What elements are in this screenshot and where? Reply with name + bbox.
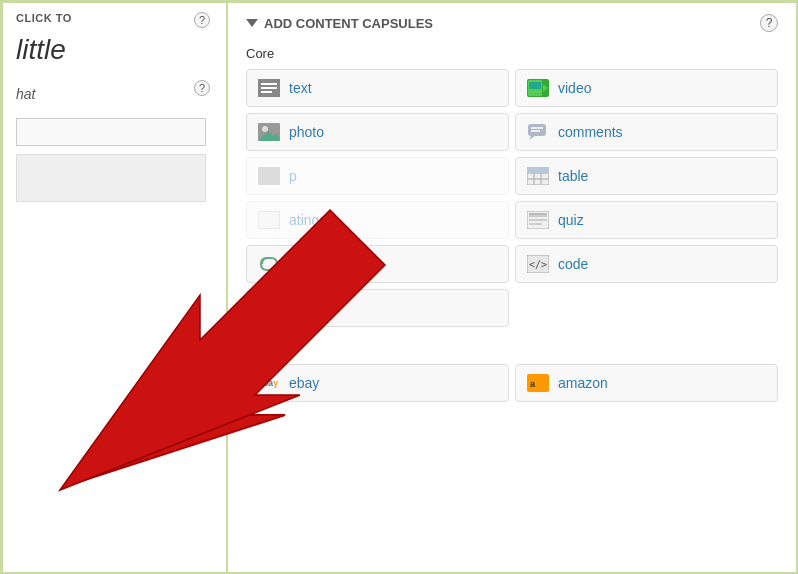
core-section-label: Core [246, 46, 778, 61]
ebay-icon: e b a y [257, 373, 281, 393]
capsule-amazon[interactable]: a amazon [515, 364, 778, 402]
svg-rect-21 [527, 167, 549, 173]
capsule-video[interactable]: video [515, 69, 778, 107]
capsule-table[interactable]: table [515, 157, 778, 195]
capsule-links-label: links [289, 256, 317, 272]
left-input-2 [16, 154, 206, 202]
svg-text:a: a [268, 378, 273, 388]
photo-icon [257, 122, 281, 142]
capsule-ebay[interactable]: e b a y ebay [246, 364, 509, 402]
capsule-amazon-label: amazon [558, 375, 608, 391]
left-input-1 [16, 118, 206, 146]
panel-title: ADD CONTENT CAPSULES [246, 16, 433, 31]
links-icon [257, 254, 281, 274]
svg-rect-7 [529, 82, 541, 89]
hat-text: hat [16, 86, 210, 102]
capsule-placeholder-left-label: p [289, 168, 297, 184]
capsule-quiz-label: quiz [558, 212, 584, 228]
capsule-video-label: video [558, 80, 591, 96]
little-text: little [16, 34, 210, 66]
capsule-callout-label: callout [289, 300, 329, 316]
amazon-icon: a [526, 373, 550, 393]
svg-rect-27 [529, 213, 547, 215]
svg-text:e: e [257, 378, 262, 388]
capsule-ratings-label: atings [289, 212, 326, 228]
svg-rect-15 [258, 167, 280, 185]
quiz-icon [526, 210, 550, 230]
code-icon: </> [526, 254, 550, 274]
svg-text:</>: </> [529, 259, 547, 270]
svg-rect-30 [259, 301, 279, 315]
capsule-photo-label: photo [289, 124, 324, 140]
svg-text:y: y [273, 378, 278, 388]
collapse-icon[interactable] [246, 19, 258, 27]
text-icon [257, 78, 281, 98]
svg-marker-12 [529, 136, 535, 140]
svg-point-9 [262, 126, 268, 132]
capsule-links[interactable]: links [246, 245, 509, 283]
capsule-text-label: text [289, 80, 312, 96]
capsule-quiz[interactable]: quiz [515, 201, 778, 239]
left-panel: CLICK TO ? little ? hat [0, 0, 228, 574]
core-capsules-grid: text video phot [246, 69, 778, 327]
svg-rect-22 [258, 211, 280, 229]
capsule-ratings[interactable]: atings [246, 201, 509, 239]
capsule-photo[interactable]: photo [246, 113, 509, 151]
capsule-comments[interactable]: comments [515, 113, 778, 151]
capsule-placeholder-left[interactable]: p [246, 157, 509, 195]
video-icon [526, 78, 550, 98]
capsule-table-label: table [558, 168, 588, 184]
capsule-ebay-label: ebay [289, 375, 319, 391]
panel-title-text: ADD CONTENT CAPSULES [264, 16, 433, 31]
svg-rect-11 [528, 124, 546, 136]
table-icon [526, 166, 550, 186]
capsule-comments-label: comments [558, 124, 623, 140]
capsule-callout[interactable]: callout [246, 289, 509, 327]
right-panel: ADD CONTENT CAPSULES ? Core text [228, 0, 798, 574]
callout-icon [257, 298, 281, 318]
ratings-icon [257, 210, 281, 230]
click-to-label: CLICK TO [16, 12, 210, 24]
panel-header: ADD CONTENT CAPSULES ? [246, 14, 778, 32]
capsule-code[interactable]: </> code [515, 245, 778, 283]
help-badge-2[interactable]: ? [194, 80, 210, 96]
placeholder-left-icon [257, 166, 281, 186]
help-badge-right[interactable]: ? [760, 14, 778, 32]
product-capsules-grid: e b a y ebay a amazon [246, 364, 778, 402]
help-badge-1[interactable]: ? [194, 12, 210, 28]
capsule-code-label: code [558, 256, 588, 272]
comments-icon [526, 122, 550, 142]
product-section-label: Product [246, 341, 778, 356]
capsule-text[interactable]: text [246, 69, 509, 107]
